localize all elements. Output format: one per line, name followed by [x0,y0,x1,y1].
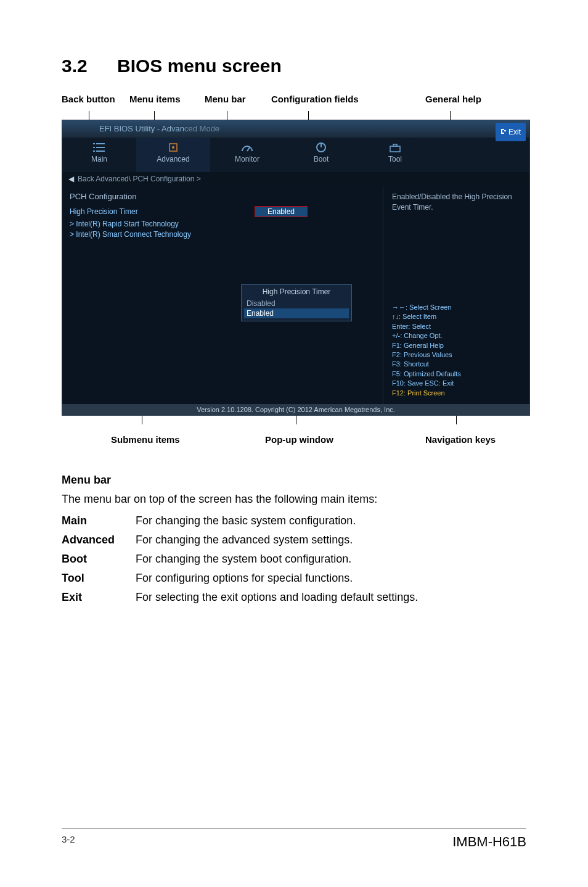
def-label: Advanced [62,534,136,547]
gauge-icon [240,141,255,154]
bios-screenshot: EFI BIOS Utility - Advanced Mode Exit Ma… [62,120,530,416]
def-row: BootFor changing the system boot configu… [62,553,526,566]
svg-point-7 [172,146,174,149]
menu-boot-label: Boot [314,155,329,163]
svg-rect-2 [93,147,95,148]
top-callout-lines [62,111,526,120]
bios-version-footer: Version 2.10.1208. Copyright (C) 2012 Am… [62,404,529,415]
nav-enter: Enter: Select [392,322,521,331]
callout-back-button: Back button [62,94,115,104]
popup-option-disabled[interactable]: Disabled [244,299,349,308]
callout-popup-window: Pop-up window [265,434,333,445]
def-label: Exit [62,591,136,604]
nav-f3: F3: Shortcut [392,360,521,369]
svg-rect-12 [393,144,397,146]
pch-heading: PCH Configuration [70,192,375,201]
submenu-smart-connect[interactable]: > Intel(R) Smart Connect Technology [70,230,375,239]
product-name: IMBM-H61B [452,834,526,850]
nav-select-screen: →←: Select Screen [392,303,521,312]
menu-tool-label: Tool [388,155,402,163]
def-row: ExitFor selecting the exit options and l… [62,591,526,604]
svg-rect-11 [390,146,400,152]
exit-label: Exit [508,128,521,136]
popup-option-enabled[interactable]: Enabled [244,308,349,318]
def-row: ToolFor configuring options for special … [62,572,526,585]
breadcrumb: ◀Back Advanced\ PCH Configuration > [62,172,529,186]
def-desc: For changing the system boot configurati… [136,553,505,566]
submenu-rapid-start[interactable]: > Intel(R) Rapid Start Technology [70,220,375,228]
list-icon [92,141,107,154]
callout-config-fields: Configuration fields [271,94,359,104]
callout-menu-items: Menu items [129,94,181,104]
nav-select-item: ↑↓: Select Item [392,312,521,321]
def-desc: For changing the basic system configurat… [136,514,505,527]
menu-main-label: Main [91,155,107,163]
hpt-value-field[interactable]: Enabled [255,206,308,217]
menubar-definitions: MainFor changing the basic system config… [62,514,526,604]
config-pane: PCH Configuration High Precision Timer E… [62,186,383,404]
svg-line-8 [247,147,250,151]
callout-navigation-keys: Navigation keys [425,434,496,445]
power-icon [314,141,329,154]
menu-monitor-label: Monitor [235,155,259,163]
def-label: Boot [62,553,136,566]
callout-submenu-items: Submenu items [111,434,180,445]
exit-icon [500,128,507,134]
popup-title: High Precision Timer [244,287,349,296]
menu-boot[interactable]: Boot [284,138,358,172]
back-arrow-icon[interactable]: ◀ [68,172,74,186]
nav-f12: F12: Print Screen [392,389,521,398]
svg-rect-3 [96,147,105,148]
page-footer: 3-2 IMBM-H61B [62,828,526,850]
def-row: AdvancedFor changing the advanced system… [62,534,526,547]
menubar-heading: Menu bar [62,474,526,487]
def-desc: For selecting the exit options and loadi… [136,591,505,604]
svg-rect-1 [96,143,105,144]
nav-f5: F5: Optimized Defaults [392,369,521,379]
svg-rect-4 [93,151,95,152]
bios-title-prefix: EFI BIOS Utility - Advan [99,124,184,133]
chip-icon [166,141,181,154]
def-desc: For changing the advanced system setting… [136,534,505,547]
hpt-row: High Precision Timer Enabled [70,206,375,217]
bios-title-suffix: ced Mode [184,124,219,133]
section-number: 3.2 [62,56,117,76]
nav-f2: F2: Previous Values [392,350,521,360]
svg-rect-5 [96,151,105,152]
menu-advanced-label: Advanced [157,155,189,163]
svg-rect-0 [93,143,95,144]
popup-window: High Precision Timer Disabled Enabled [241,284,352,321]
page-number: 3-2 [62,834,75,850]
bios-title-bar: EFI BIOS Utility - Advanced Mode Exit [62,120,529,138]
callout-menu-bar: Menu bar [205,94,246,104]
exit-button[interactable]: Exit [496,123,526,141]
menu-advanced[interactable]: Advanced [136,138,210,172]
menu-main[interactable]: Main [62,138,136,172]
menu-tool[interactable]: Tool [358,138,432,172]
bottom-callout-labels: Submenu items Pop-up window Navigation k… [62,424,526,449]
navigation-keys: →←: Select Screen ↑↓: Select Item Enter:… [392,303,521,398]
menubar-description: The menu bar on top of the screen has th… [62,493,526,506]
top-callout-labels: Back button Menu items Menu bar Configur… [62,94,526,111]
callout-general-help: General help [425,94,481,104]
def-label: Main [62,514,136,527]
menu-monitor[interactable]: Monitor [210,138,284,172]
def-row: MainFor changing the basic system config… [62,514,526,527]
nav-f1: F1: General Help [392,341,521,350]
nav-f10: F10: Save ESC: Exit [392,379,521,388]
section-title: 3.2BIOS menu screen [62,56,526,76]
bottom-callout-lines [62,416,526,424]
toolbox-icon [388,141,402,154]
bios-menu-bar: Main Advanced Monitor Boot Tool [62,138,529,172]
nav-change-opt: +/-: Change Opt. [392,331,521,340]
def-label: Tool [62,572,136,585]
help-pane: Enabled/Disabled the High Precision Even… [383,186,529,404]
hpt-label: High Precision Timer [70,207,255,216]
section-heading: BIOS menu screen [117,56,282,76]
help-text: Enabled/Disabled the High Precision Even… [392,192,521,213]
def-desc: For configuring options for special func… [136,572,505,585]
breadcrumb-text: Back Advanced\ PCH Configuration > [78,175,201,183]
